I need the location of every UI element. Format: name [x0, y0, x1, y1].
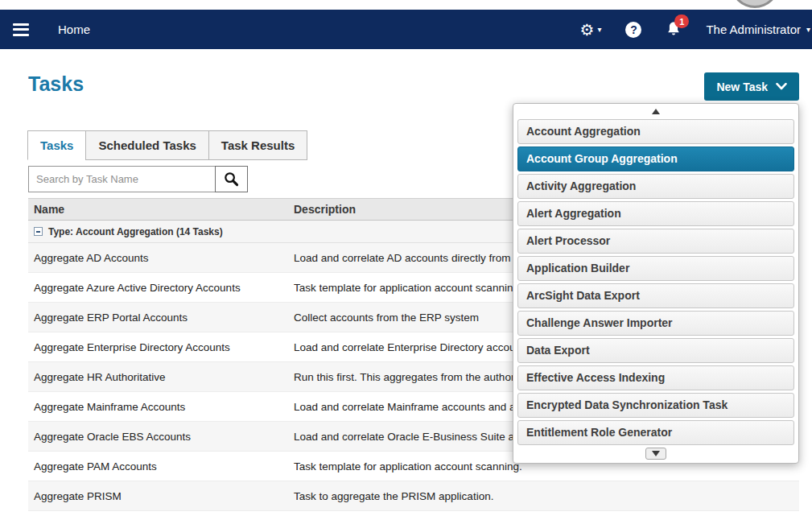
dropdown-item[interactable]: Challenge Answer Importer [517, 311, 794, 336]
dropdown-item[interactable]: Activity Aggregation [517, 174, 794, 199]
task-name-cell[interactable]: Aggregate Oracle EBS Accounts [28, 431, 288, 443]
gear-icon: ⚙ [579, 22, 594, 38]
dropdown-item[interactable]: Account Aggregation [517, 119, 794, 144]
dropdown-item[interactable]: ArcSight Data Export [517, 283, 794, 308]
dropdown-item-label: Activity Aggregation [526, 180, 636, 192]
user-menu[interactable]: The Administrator ▾ [706, 23, 810, 36]
dropdown-item-list: Account Aggregation Account Group Aggreg… [517, 119, 794, 445]
dropdown-item-label: ArcSight Data Export [526, 289, 640, 302]
table-row[interactable]: Aggregate PRISM Task to aggregate the PR… [28, 481, 799, 511]
dropdown-item-label: Alert Processor [526, 234, 610, 247]
caret-down-icon: ▾ [806, 25, 810, 34]
user-label: The Administrator [706, 23, 801, 36]
task-name-cell[interactable]: Aggregate Azure Active Directory Account… [28, 282, 288, 294]
notifications-button[interactable]: 1 [666, 21, 682, 38]
dropdown-item-label: Entitlement Role Generator [526, 426, 672, 439]
dropdown-item-label: Encrypted Data Synchronization Task [526, 398, 728, 411]
dropdown-item[interactable]: Application Builder [517, 256, 794, 281]
search-icon [224, 171, 239, 187]
tab-label: Scheduled Tasks [98, 138, 196, 152]
dropdown-item-label: Account Aggregation [526, 125, 641, 138]
column-header-name[interactable]: Name [28, 203, 288, 216]
settings-menu-button[interactable]: ⚙ ▾ [579, 22, 601, 38]
task-name-cell[interactable]: Aggregate Mainframe Accounts [28, 401, 288, 413]
dropdown-item[interactable]: Alert Aggregation [517, 201, 794, 226]
nav-home-link[interactable]: Home [58, 23, 90, 36]
dropdown-item-label: Application Builder [526, 262, 629, 274]
new-task-dropdown: Account Aggregation Account Group Aggreg… [513, 103, 799, 464]
tab[interactable]: Task Results [208, 130, 307, 160]
notification-badge: 1 [674, 14, 689, 28]
tab[interactable]: Tasks [27, 130, 86, 160]
task-name-cell[interactable]: Aggregate HR Authoritative [28, 371, 288, 383]
tab-label: Tasks [40, 138, 73, 152]
navbar-actions: ⚙ ▾ ? 1 The Administrator ▾ [579, 21, 812, 38]
task-name-cell[interactable]: Aggregate ERP Portal Accounts [28, 312, 288, 324]
menu-icon[interactable] [8, 15, 34, 43]
task-name-cell[interactable]: Aggregate PAM Accounts [28, 460, 288, 473]
dropdown-item[interactable]: Entitlement Role Generator [517, 420, 794, 445]
help-icon[interactable]: ? [625, 22, 641, 38]
task-name-cell[interactable]: Aggregate AD Accounts [28, 252, 288, 264]
group-header-label: Type: Account Aggregation (14 Tasks) [48, 226, 223, 237]
dropdown-item-label: Data Export [526, 344, 590, 357]
tab-label: Task Results [221, 138, 295, 152]
task-name-cell[interactable]: Aggregate PRISM [28, 490, 288, 502]
dropdown-item[interactable]: Encrypted Data Synchronization Task [517, 393, 794, 418]
dropdown-item-label: Alert Aggregation [526, 207, 621, 220]
chevron-down-icon [776, 83, 787, 90]
dropdown-item[interactable]: Effective Access Indexing [517, 365, 794, 390]
avatar [731, 0, 779, 8]
dropdown-item-label: Challenge Answer Importer [526, 316, 673, 329]
search-input[interactable] [28, 166, 216, 192]
tab-bar: Tasks Scheduled Tasks Task Results [28, 130, 307, 160]
new-task-button[interactable]: New Task [704, 72, 799, 101]
task-name-cell[interactable]: Aggregate Enterprise Directory Accounts [28, 341, 288, 353]
top-navbar: Home ⚙ ▾ ? 1 The Administrator ▾ [0, 10, 812, 49]
scroll-up-icon[interactable] [517, 106, 794, 117]
search-button[interactable] [215, 166, 248, 192]
dropdown-item-label: Account Group Aggregation [526, 152, 678, 165]
tab[interactable]: Scheduled Tasks [85, 130, 208, 160]
scroll-down-icon[interactable] [645, 448, 666, 460]
dropdown-item-label: Effective Access Indexing [526, 371, 665, 384]
dropdown-item[interactable]: Account Group Aggregation [517, 147, 794, 171]
dropdown-item[interactable]: Data Export [517, 338, 794, 363]
screen: Home ⚙ ▾ ? 1 The Administrator ▾ Tasks N… [0, 0, 812, 520]
caret-down-icon: ▾ [597, 25, 601, 34]
task-description-cell: Task to aggregate the PRISM application. [288, 490, 799, 502]
search-bar [28, 166, 248, 192]
dropdown-item[interactable]: Alert Processor [517, 229, 794, 254]
new-task-label: New Task [716, 80, 768, 93]
page-title: Tasks [28, 72, 84, 96]
collapse-icon[interactable] [34, 227, 43, 236]
